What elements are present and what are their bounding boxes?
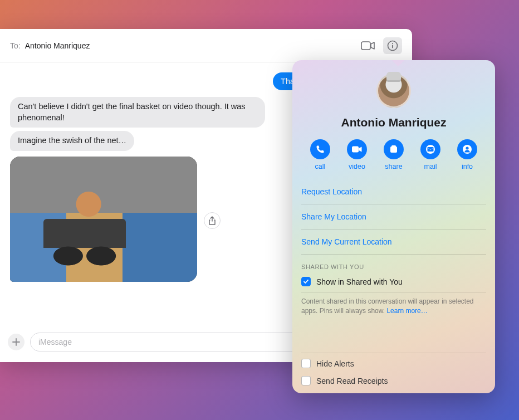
to-label: To: bbox=[10, 41, 21, 50]
show-in-shared-row: Show in Shared with You bbox=[301, 270, 486, 292]
send-read-receipts-row: Send Read Receipts bbox=[301, 374, 486, 391]
details-info-button[interactable] bbox=[383, 37, 402, 54]
share-label: share bbox=[385, 163, 402, 170]
details-popover: Antonio Manriquez call video share mail bbox=[292, 60, 495, 393]
hide-alerts-label: Hide Alerts bbox=[316, 359, 354, 368]
hide-alerts-checkbox[interactable] bbox=[301, 359, 311, 368]
learn-more-link[interactable]: Learn more… bbox=[386, 307, 427, 315]
to-recipient[interactable]: Antonio Manriquez bbox=[25, 41, 354, 50]
conversation-header: To: Antonio Manriquez bbox=[0, 29, 412, 62]
show-in-shared-label: Show in Shared with You bbox=[316, 277, 403, 286]
svg-rect-6 bbox=[391, 145, 396, 148]
mail-button[interactable]: mail bbox=[415, 139, 446, 170]
request-location-link[interactable]: Request Location bbox=[301, 179, 486, 204]
shared-with-you-header: Shared with You bbox=[301, 263, 486, 270]
svg-rect-4 bbox=[352, 146, 359, 153]
call-button[interactable]: call bbox=[305, 139, 336, 170]
send-read-receipts-label: Send Read Receipts bbox=[316, 377, 388, 385]
apps-plus-button[interactable] bbox=[8, 334, 25, 350]
share-icon bbox=[384, 139, 404, 159]
mail-label: mail bbox=[424, 163, 437, 170]
incoming-image-attachment[interactable] bbox=[10, 157, 197, 282]
basketball-photo-placeholder bbox=[10, 157, 197, 282]
video-label: video bbox=[349, 163, 365, 170]
share-my-location-link[interactable]: Share My Location bbox=[301, 204, 486, 229]
svg-rect-0 bbox=[361, 42, 370, 50]
contact-card-icon bbox=[457, 139, 477, 159]
contact-avatar[interactable] bbox=[376, 74, 411, 108]
call-label: call bbox=[315, 163, 326, 170]
info-label: info bbox=[462, 163, 473, 170]
show-in-shared-checkbox[interactable] bbox=[301, 277, 311, 286]
contact-actions-row: call video share mail info bbox=[292, 129, 495, 179]
contact-avatar-wrap bbox=[292, 74, 495, 108]
contact-name: Antonio Manriquez bbox=[292, 116, 495, 129]
attachment-share-button[interactable] bbox=[204, 212, 221, 229]
incoming-message[interactable]: Imagine the swish of the net… bbox=[10, 131, 134, 151]
location-links-section: Request Location Share My Location Send … bbox=[292, 179, 495, 316]
info-action-button[interactable]: info bbox=[452, 139, 483, 170]
send-read-receipts-checkbox[interactable] bbox=[301, 376, 311, 385]
send-current-location-link[interactable]: Send My Current Location bbox=[301, 229, 486, 255]
incoming-message[interactable]: Can't believe I didn't get the final bas… bbox=[10, 97, 265, 128]
video-button[interactable]: video bbox=[341, 139, 373, 170]
facetime-video-button[interactable] bbox=[359, 37, 378, 54]
shared-hint: Content shared in this conversation will… bbox=[301, 292, 486, 316]
mail-icon bbox=[420, 139, 440, 159]
video-icon bbox=[347, 139, 367, 159]
svg-point-2 bbox=[392, 42, 393, 43]
hide-alerts-row: Hide Alerts bbox=[301, 353, 486, 374]
share-button[interactable]: share bbox=[378, 139, 409, 170]
svg-rect-3 bbox=[392, 45, 393, 48]
phone-icon bbox=[310, 139, 330, 159]
alerts-section: Hide Alerts Send Read Receipts bbox=[292, 353, 495, 393]
header-actions bbox=[359, 37, 402, 54]
svg-point-9 bbox=[466, 146, 468, 149]
